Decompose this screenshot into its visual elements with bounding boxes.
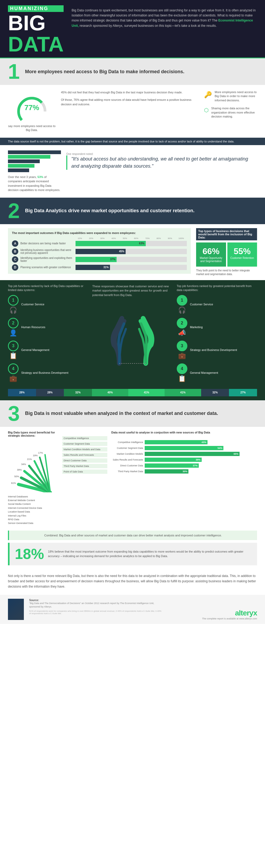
s3-pct-54: 54%	[218, 447, 222, 450]
footer-source-text: Source: "Big Data and The Democratisatio…	[29, 599, 162, 615]
customer-retention-label: Customer Retention	[230, 256, 254, 259]
pct-seg-40: 40%	[92, 389, 128, 396]
section1-right: 🔑 More employees need access to Big Data…	[204, 90, 257, 132]
quote-text: "It's about access but also understandin…	[66, 155, 257, 170]
pct-seg-32b: 32%	[201, 389, 229, 396]
quote-right: One respondent noted: "It's about access…	[66, 150, 257, 192]
dtype-sales: Sales Results and Forecasts	[62, 453, 107, 457]
bar-track-c: 37%	[75, 257, 187, 262]
s3-label-54: Customer Segment Data	[111, 447, 143, 450]
share-text: Sharing more data across the organizatio…	[211, 106, 257, 119]
svg-text:61%: 61%	[11, 482, 16, 485]
job-functions-section: Top job functions ranked by lack of Big …	[0, 280, 265, 400]
dtype-third-party: Third Party Market Data	[62, 464, 107, 468]
s3-pct-43: 43%	[201, 441, 206, 443]
conclusion: Not only is there a need for more releva…	[0, 568, 265, 595]
s3-right-title: Data most useful to analyse in conjuctio…	[111, 431, 257, 434]
rank-circle-1-right: 1	[177, 295, 187, 306]
big-data-title: BIG DATA	[8, 12, 64, 55]
section2-chart-area: The most important outcomes if Big Data …	[8, 228, 191, 276]
header-title: HUMANIZING BIG DATA	[8, 5, 64, 55]
data-label: DATA	[8, 32, 64, 56]
axis-90: 90%	[164, 237, 176, 240]
s3-fill-37: 37%	[145, 463, 199, 468]
source-note: 51% of respondents work for companies wh…	[29, 610, 162, 615]
bar-fill-b: 45%	[75, 249, 126, 254]
stat-53-text: Over the next 3 years,	[8, 175, 37, 179]
pct-seg-32a: 32%	[64, 389, 92, 396]
axis-100: 100%	[176, 237, 187, 240]
quote-bar-container	[8, 150, 61, 172]
bar-row-c: C Identifying opportunities and exploiti…	[12, 256, 187, 262]
rank-circle-4-left: 4	[8, 364, 19, 374]
tree-svg	[109, 297, 156, 371]
axis-10: 10%	[74, 237, 86, 240]
data-type-internal: Internal Databases	[8, 495, 58, 498]
rank-label-1-left: Customer Service	[21, 303, 44, 306]
s3-bar-39: Sales Results and Forecasts 39%	[111, 458, 257, 462]
dtype-market-cond: Market Condition Models and Data	[62, 447, 107, 452]
headset-icon-right: 🎧	[178, 306, 186, 314]
s3-label-65: Market Condition Models	[111, 453, 143, 455]
bar-label-b: Identifying business opportunities that …	[21, 249, 73, 254]
s3-label-37: Direct Customer Data	[111, 464, 143, 467]
stat-77-block: 77% say more employees need access to Bi…	[8, 90, 56, 132]
data-type-iot: Internet-Connected Device Data	[8, 506, 58, 510]
briefcase-icon-right: 💼	[178, 352, 186, 360]
job-right-title: Top job functions ranked by greatest pot…	[177, 284, 257, 292]
rank-circle-2-right: 2	[177, 318, 187, 329]
job-functions-middle: These responses showcase that customer s…	[92, 284, 172, 386]
data-type-rfid: RFID Data	[8, 518, 58, 521]
section1-number: 1	[8, 61, 20, 82]
quote-bar-dark	[8, 150, 61, 154]
s3-left-col: Big Data types most beneficial for strat…	[8, 431, 58, 525]
svg-text:39%: 39%	[17, 468, 22, 471]
pct-seg-27: 27%	[229, 389, 257, 396]
section2-header: 2 Big Data Analytics drive new market op…	[0, 198, 265, 224]
rank-circle-2-left: 2	[8, 318, 19, 329]
market-boxes: 66% Market Opportunity and Segmentation …	[196, 243, 257, 267]
s3-fill-43: 43%	[145, 440, 207, 444]
eighteen-box: 18% 18% believe that the most important …	[8, 543, 257, 565]
data-type-social: Social Media Content	[8, 502, 58, 506]
footer-url: The complete report is available at www.…	[202, 617, 257, 620]
svg-text:21%: 21%	[27, 458, 32, 461]
outcomes-info-title: Top types of business decisions that wou…	[196, 228, 257, 240]
bar-fill-a: 63%	[75, 241, 146, 246]
s3-label-43: Competitive Intelligence	[111, 441, 143, 443]
bar-label-a: Better decisions are being made faster	[21, 242, 73, 245]
key-text: More employees need access to Big Data i…	[214, 90, 257, 102]
market-boxes-section: Top types of business decisions that wou…	[196, 228, 257, 276]
axis-80: 80%	[153, 237, 165, 240]
s3-fill-65: 65%	[145, 452, 239, 456]
footer-left: Source: "Big Data and The Democratisatio…	[8, 599, 162, 620]
job-left-title: Top job functions ranked by lack of Big …	[8, 284, 88, 292]
svg-text:77%: 77%	[24, 103, 39, 112]
headset-icon-left: 🎧	[9, 306, 17, 314]
s3-fill-39: 39%	[145, 458, 202, 462]
key-stat-box: 🔑 More employees need access to Big Data…	[204, 90, 257, 102]
svg-text:19%: 19%	[33, 454, 38, 457]
quote-stat-text: Over the next 3 years, 53% of companies …	[8, 175, 61, 192]
dtype-pos: Point of Sale Data	[62, 469, 107, 474]
s3-mid-data-types: Competitive Intelligence Customer Segmen…	[62, 431, 107, 484]
job-right-rank2: 2 📣 Marketing	[177, 318, 257, 337]
section1-title: More employees need access to Big Data t…	[25, 69, 185, 74]
section2-main: The most important outcomes if Big Data …	[0, 224, 265, 280]
job-right-rank1: 1 🎧 Customer Service	[177, 295, 257, 314]
s3-fill-54: 54%	[145, 446, 223, 450]
alteryx-logo: alteryx	[202, 609, 257, 617]
s3-label-30: Third Party Market Data	[111, 470, 143, 473]
header: HUMANIZING BIG DATA Big Data continues t…	[0, 0, 265, 58]
quote-bar-green	[8, 155, 51, 159]
job-left-rank1: 1 🎧 Customer Service	[8, 295, 88, 314]
section2-number: 2	[8, 200, 20, 221]
job-right-rank4: 4 📋 General Management	[177, 364, 257, 382]
svg-text:34%: 34%	[21, 463, 26, 466]
megaphone-icon-right: 📣	[178, 329, 186, 337]
combined-text: Combined: Big Data and other sources of …	[44, 534, 222, 537]
pct-seg-28a: 28%	[8, 389, 36, 396]
bar-letter-c: C	[12, 256, 18, 262]
bar-letter-a: A	[12, 240, 18, 247]
quote-section: Over the next 3 years, 53% of companies …	[0, 145, 265, 198]
